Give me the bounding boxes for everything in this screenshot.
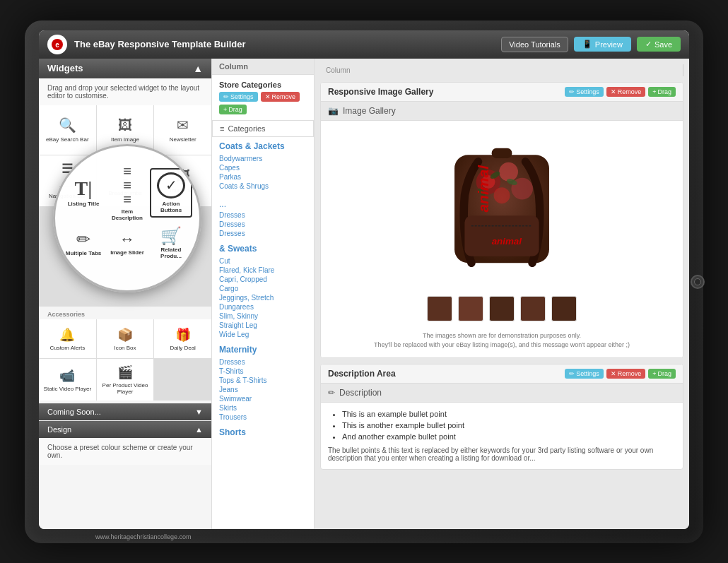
cat-link-slim[interactable]: Slim, Skinny [219, 312, 307, 321]
store-categories-buttons: ✏ Settings ✕ Remove [212, 92, 314, 105]
gallery-settings-icon: ✏ [569, 88, 575, 95]
image-gallery-title: Responsive Image Gallery [328, 87, 433, 97]
gallery-caption: The images shown are for demonstration p… [321, 327, 683, 357]
shorts-title: Shorts [219, 427, 307, 437]
category-maternity: Maternity Dresses T-Shirts Tops & T-Shir… [212, 340, 314, 423]
cat-link-dresses3[interactable]: Dresses [219, 229, 307, 238]
gallery-settings-button[interactable]: ✏ Settings [565, 87, 604, 97]
svg-point-10 [494, 187, 510, 203]
cat-link-cut[interactable]: Cut [219, 256, 307, 266]
cat-link-wide[interactable]: Wide Leg [219, 330, 307, 339]
cat-link-coats-shrugs[interactable]: Coats & Shrugs [219, 182, 307, 191]
cat-link-jeggings[interactable]: Jeggings, Stretch [219, 293, 307, 302]
home-button-inner [694, 278, 701, 285]
top-bar: e The eBay Responsive Template Builder V… [39, 30, 689, 59]
image-icon: 🖼 [118, 117, 132, 134]
design-bar[interactable]: Design ▲ [39, 421, 211, 438]
magnify-related-products[interactable]: 🛒 Related Produ... [150, 219, 192, 268]
sidebar-description: Drag and drop your selected widget to th… [39, 78, 211, 105]
drag-btn-row: + Drag [212, 105, 314, 120]
coming-soon-bar[interactable]: Coming Soon... ▼ [39, 403, 211, 420]
thumbnail-2[interactable] [458, 296, 483, 321]
cat-link-capri[interactable]: Capri, Cropped [219, 275, 307, 284]
widget-per-product-video[interactable]: 🎬 Per Product Video Player [97, 359, 154, 401]
magnify-listing-title[interactable]: T| Listing Title [62, 168, 105, 218]
iconbox-icon: 📦 [117, 327, 133, 343]
coming-soon-chevron: ▼ [195, 408, 203, 416]
tablet-home-button[interactable] [691, 275, 705, 289]
widget-label: eBay Search Bar [46, 136, 88, 143]
maternity-title: Maternity [219, 345, 307, 355]
magnify-grid: T| Listing Title ≡≡≡ Item Description ✓ [62, 168, 192, 268]
cat-link-cargo[interactable]: Cargo [219, 284, 307, 293]
accessories-section: Accessories 🔔 Custom Alerts 📦 Icon Box 🎁 [39, 307, 211, 403]
mat-dresses[interactable]: Dresses [219, 357, 307, 367]
cat-link-parkas[interactable]: Parkas [219, 172, 307, 182]
app-logo: e [47, 35, 67, 54]
widget-newsletter[interactable]: ✉ Newsletter [154, 105, 211, 155]
categories-settings-button[interactable]: ✏ Settings [219, 92, 258, 102]
mat-swimwear[interactable]: Swimwear [219, 394, 307, 403]
mat-skirts[interactable]: Skirts [219, 403, 307, 413]
magnify-action-buttons[interactable]: ✓ Action Buttons [150, 168, 192, 218]
acc-label: Daily Deal [170, 345, 195, 351]
thumbnail-3[interactable] [489, 296, 515, 321]
cat-link-dungarees[interactable]: Dungarees [219, 302, 307, 312]
cat-link-straight[interactable]: Straight Leg [219, 321, 307, 330]
widget-ebay-search[interactable]: 🔍 eBay Search Bar [39, 105, 96, 155]
video-icon: 📹 [59, 368, 75, 384]
coats-title: Coats & Jackets [219, 141, 307, 151]
cat-link-flared[interactable]: Flared, Kick Flare [219, 266, 307, 275]
categories-main-button[interactable]: ≡ Categories [212, 120, 314, 137]
magnify-image-slider[interactable]: ↔ Image Slider [106, 219, 148, 268]
main-content: Widgets ▲ Drag and drop your selected wi… [39, 59, 689, 529]
image-gallery-header: Responsive Image Gallery ✏ Settings ✕ Re… [321, 83, 683, 102]
mat-trousers[interactable]: Trousers [219, 413, 307, 422]
tablet-screen: e The eBay Responsive Template Builder V… [39, 30, 689, 529]
video-tutorials-button[interactable]: Video Tutorials [501, 37, 568, 52]
cat-link-dresses2[interactable]: Dresses [219, 220, 307, 229]
mat-jeans[interactable]: Jeans [219, 385, 307, 394]
tablet-icon: 📱 [582, 40, 592, 49]
cat-link-capes[interactable]: Capes [219, 163, 307, 172]
categories-drag-button[interactable]: + Drag [219, 105, 247, 114]
settings-pencil-icon: ✏ [223, 93, 229, 100]
gallery-remove-icon: ✕ [611, 88, 616, 95]
gallery-thumbnails [321, 290, 683, 327]
gallery-drag-button[interactable]: + Drag [648, 87, 676, 97]
acc-label: Static Video Player [44, 386, 91, 392]
mat-tshirts[interactable]: T-Shirts [219, 367, 307, 376]
design-chevron: ▲ [195, 425, 203, 434]
widget-static-video[interactable]: 📹 Static Video Player [39, 359, 96, 401]
svg-text:e: e [55, 41, 59, 49]
widget-daily-deal[interactable]: 🎁 Daily Deal [154, 319, 211, 358]
desc-settings-button[interactable]: ✏ Settings [565, 369, 604, 379]
widget-icon-box[interactable]: 📦 Icon Box [97, 319, 154, 358]
check-icon: ✓ [645, 40, 652, 49]
magnify-multiple-tabs[interactable]: ✏ Multiple Tabs [62, 219, 105, 268]
collapse-icon[interactable]: ▲ [193, 63, 203, 74]
preview-button[interactable]: 📱 Preview [574, 37, 631, 52]
categories-remove-button[interactable]: ✕ Remove [261, 92, 300, 102]
desc-drag-button[interactable]: + Drag [648, 369, 676, 379]
cat-link-bodywarmers[interactable]: Bodywarmers [219, 154, 307, 163]
thumbnail-1[interactable] [427, 296, 452, 321]
column-tab-left: Column [212, 59, 314, 75]
cat-link-dresses1[interactable]: Dresses [219, 211, 307, 220]
mat-tops[interactable]: Tops & T-Shirts [219, 376, 307, 385]
search-icon: 🔍 [59, 117, 76, 134]
thumbnail-4[interactable] [520, 296, 546, 321]
magnify-item-description[interactable]: ≡≡≡ Item Description [106, 168, 148, 218]
pencil-icon: ✏ [328, 388, 335, 398]
widget-label: Item Image [111, 136, 139, 143]
save-button[interactable]: ✓ Save [637, 37, 681, 52]
widget-custom-alerts[interactable]: 🔔 Custom Alerts [39, 319, 96, 358]
desc-remove-button[interactable]: ✕ Remove [606, 369, 646, 379]
backpack-svg: animal animal [431, 128, 573, 283]
coming-soon-label: Coming Soon... [47, 408, 101, 416]
thumbnail-5[interactable] [551, 296, 577, 321]
gallery-remove-button[interactable]: ✕ Remove [606, 87, 646, 97]
description-area-block: Description Area ✏ Settings ✕ Remove [320, 364, 683, 470]
widget-label: Newsletter [170, 136, 196, 143]
gallery-sub-header: 📷 Image Gallery [321, 102, 683, 121]
